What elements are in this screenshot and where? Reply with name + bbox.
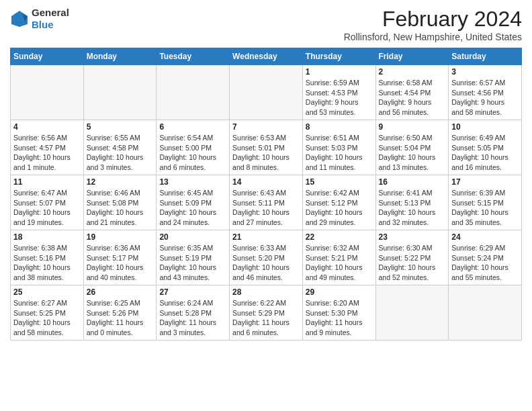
day-info: Sunrise: 6:47 AMSunset: 5:07 PMDaylight:… xyxy=(13,188,81,228)
table-row: 10Sunrise: 6:49 AMSunset: 5:05 PMDayligh… xyxy=(449,120,522,175)
day-info: Sunrise: 6:50 AMSunset: 5:04 PMDaylight:… xyxy=(379,133,446,173)
table-row: 8Sunrise: 6:51 AMSunset: 5:03 PMDaylight… xyxy=(302,120,375,175)
day-info: Sunrise: 6:54 AMSunset: 5:00 PMDaylight:… xyxy=(159,133,226,173)
table-row: 9Sunrise: 6:50 AMSunset: 5:04 PMDaylight… xyxy=(375,120,449,175)
table-row xyxy=(375,285,449,340)
day-number: 25 xyxy=(13,287,81,297)
col-thursday: Thursday xyxy=(302,48,375,65)
table-row: 28Sunrise: 6:22 AMSunset: 5:29 PMDayligh… xyxy=(230,285,303,340)
day-number: 11 xyxy=(13,177,81,187)
calendar-week-row: 1Sunrise: 6:59 AMSunset: 4:53 PMDaylight… xyxy=(11,65,522,120)
col-friday: Friday xyxy=(375,48,449,65)
day-number: 26 xyxy=(87,287,154,297)
day-info: Sunrise: 6:36 AMSunset: 5:17 PMDaylight:… xyxy=(87,243,154,283)
day-number: 9 xyxy=(379,122,446,132)
calendar-header-row: Sunday Monday Tuesday Wednesday Thursday… xyxy=(11,48,522,65)
day-info: Sunrise: 6:45 AMSunset: 5:09 PMDaylight:… xyxy=(159,188,226,228)
calendar-week-row: 4Sunrise: 6:56 AMSunset: 4:57 PMDaylight… xyxy=(11,120,522,175)
table-row: 20Sunrise: 6:35 AMSunset: 5:19 PMDayligh… xyxy=(157,230,230,285)
day-info: Sunrise: 6:32 AMSunset: 5:21 PMDaylight:… xyxy=(306,243,373,283)
day-number: 8 xyxy=(306,122,373,132)
table-row: 22Sunrise: 6:32 AMSunset: 5:21 PMDayligh… xyxy=(302,230,375,285)
calendar-week-row: 18Sunrise: 6:38 AMSunset: 5:16 PMDayligh… xyxy=(11,230,522,285)
day-info: Sunrise: 6:58 AMSunset: 4:54 PMDaylight:… xyxy=(379,78,446,118)
day-number: 24 xyxy=(451,232,519,242)
day-info: Sunrise: 6:38 AMSunset: 5:16 PMDaylight:… xyxy=(13,243,81,283)
col-wednesday: Wednesday xyxy=(230,48,303,65)
day-info: Sunrise: 6:20 AMSunset: 5:30 PMDaylight:… xyxy=(306,298,373,338)
day-number: 13 xyxy=(159,177,226,187)
table-row: 27Sunrise: 6:24 AMSunset: 5:28 PMDayligh… xyxy=(157,285,230,340)
logo: General Blue xyxy=(10,7,69,31)
day-info: Sunrise: 6:49 AMSunset: 5:05 PMDaylight:… xyxy=(451,133,519,173)
table-row xyxy=(11,65,84,120)
day-number: 21 xyxy=(232,232,300,242)
table-row xyxy=(83,65,157,120)
day-number: 22 xyxy=(306,232,373,242)
day-number: 12 xyxy=(87,177,154,187)
table-row: 4Sunrise: 6:56 AMSunset: 4:57 PMDaylight… xyxy=(11,120,84,175)
table-row: 5Sunrise: 6:55 AMSunset: 4:58 PMDaylight… xyxy=(83,120,157,175)
location: Rollinsford, New Hampshire, United State… xyxy=(344,32,522,42)
day-info: Sunrise: 6:53 AMSunset: 5:01 PMDaylight:… xyxy=(232,133,300,173)
table-row: 2Sunrise: 6:58 AMSunset: 4:54 PMDaylight… xyxy=(375,65,449,120)
day-number: 4 xyxy=(13,122,81,132)
day-info: Sunrise: 6:29 AMSunset: 5:24 PMDaylight:… xyxy=(451,243,519,283)
table-row: 12Sunrise: 6:46 AMSunset: 5:08 PMDayligh… xyxy=(83,175,157,230)
table-row: 19Sunrise: 6:36 AMSunset: 5:17 PMDayligh… xyxy=(83,230,157,285)
table-row xyxy=(230,65,303,120)
day-info: Sunrise: 6:35 AMSunset: 5:19 PMDaylight:… xyxy=(159,243,226,283)
table-row xyxy=(157,65,230,120)
table-row: 23Sunrise: 6:30 AMSunset: 5:22 PMDayligh… xyxy=(375,230,449,285)
table-row: 29Sunrise: 6:20 AMSunset: 5:30 PMDayligh… xyxy=(302,285,375,340)
day-number: 20 xyxy=(159,232,226,242)
day-info: Sunrise: 6:27 AMSunset: 5:25 PMDaylight:… xyxy=(13,298,81,338)
day-info: Sunrise: 6:24 AMSunset: 5:28 PMDaylight:… xyxy=(159,298,226,338)
day-number: 16 xyxy=(379,177,446,187)
day-number: 3 xyxy=(451,67,519,77)
table-row: 6Sunrise: 6:54 AMSunset: 5:00 PMDaylight… xyxy=(157,120,230,175)
day-number: 14 xyxy=(232,177,300,187)
table-row: 11Sunrise: 6:47 AMSunset: 5:07 PMDayligh… xyxy=(11,175,84,230)
day-info: Sunrise: 6:57 AMSunset: 4:56 PMDaylight:… xyxy=(451,78,519,118)
day-number: 23 xyxy=(379,232,446,242)
col-tuesday: Tuesday xyxy=(157,48,230,65)
table-row xyxy=(449,285,522,340)
day-number: 17 xyxy=(451,177,519,187)
day-info: Sunrise: 6:59 AMSunset: 4:53 PMDaylight:… xyxy=(306,78,373,118)
col-saturday: Saturday xyxy=(449,48,522,65)
col-monday: Monday xyxy=(83,48,157,65)
day-info: Sunrise: 6:30 AMSunset: 5:22 PMDaylight:… xyxy=(379,243,446,283)
table-row: 15Sunrise: 6:42 AMSunset: 5:12 PMDayligh… xyxy=(302,175,375,230)
day-info: Sunrise: 6:55 AMSunset: 4:58 PMDaylight:… xyxy=(87,133,154,173)
day-number: 2 xyxy=(379,67,446,77)
logo-text: General Blue xyxy=(32,7,69,31)
table-row: 18Sunrise: 6:38 AMSunset: 5:16 PMDayligh… xyxy=(11,230,84,285)
day-number: 27 xyxy=(159,287,226,297)
day-info: Sunrise: 6:33 AMSunset: 5:20 PMDaylight:… xyxy=(232,243,300,283)
table-row: 13Sunrise: 6:45 AMSunset: 5:09 PMDayligh… xyxy=(157,175,230,230)
logo-general: General xyxy=(32,7,69,18)
table-row: 26Sunrise: 6:25 AMSunset: 5:26 PMDayligh… xyxy=(83,285,157,340)
day-number: 1 xyxy=(306,67,373,77)
page: General Blue February 2024 Rollinsford, … xyxy=(0,0,532,411)
day-info: Sunrise: 6:43 AMSunset: 5:11 PMDaylight:… xyxy=(232,188,300,228)
day-number: 10 xyxy=(451,122,519,132)
table-row: 17Sunrise: 6:39 AMSunset: 5:15 PMDayligh… xyxy=(449,175,522,230)
day-info: Sunrise: 6:25 AMSunset: 5:26 PMDaylight:… xyxy=(87,298,154,338)
title-block: February 2024 Rollinsford, New Hampshire… xyxy=(344,7,522,42)
table-row: 16Sunrise: 6:41 AMSunset: 5:13 PMDayligh… xyxy=(375,175,449,230)
table-row: 3Sunrise: 6:57 AMSunset: 4:56 PMDaylight… xyxy=(449,65,522,120)
calendar-week-row: 11Sunrise: 6:47 AMSunset: 5:07 PMDayligh… xyxy=(11,175,522,230)
day-info: Sunrise: 6:46 AMSunset: 5:08 PMDaylight:… xyxy=(87,188,154,228)
logo-blue: Blue xyxy=(32,19,54,30)
table-row: 25Sunrise: 6:27 AMSunset: 5:25 PMDayligh… xyxy=(11,285,84,340)
logo-icon xyxy=(10,9,29,28)
table-row: 24Sunrise: 6:29 AMSunset: 5:24 PMDayligh… xyxy=(449,230,522,285)
day-info: Sunrise: 6:41 AMSunset: 5:13 PMDaylight:… xyxy=(379,188,446,228)
month-year: February 2024 xyxy=(344,7,522,32)
day-number: 15 xyxy=(306,177,373,187)
day-number: 28 xyxy=(232,287,300,297)
day-info: Sunrise: 6:22 AMSunset: 5:29 PMDaylight:… xyxy=(232,298,300,338)
col-sunday: Sunday xyxy=(11,48,84,65)
